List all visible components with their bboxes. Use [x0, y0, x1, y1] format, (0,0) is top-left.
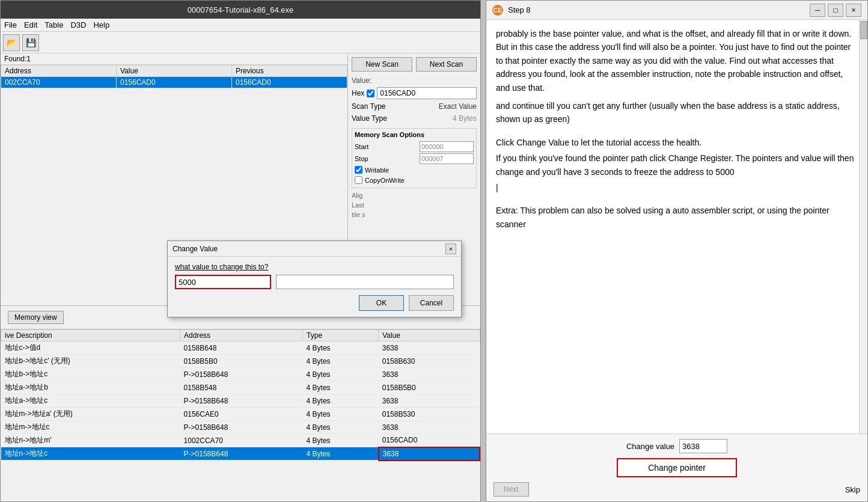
step8-text-2: and continue till you can't get any furt… — [496, 99, 855, 126]
cell-value: 0156CAD0 — [117, 77, 232, 88]
memory-view-button[interactable]: Memory view — [8, 311, 64, 324]
change-value-dialog: Change Value × what value to change this… — [167, 240, 462, 317]
menu-help[interactable]: Help — [93, 20, 109, 29]
dialog-cancel-button[interactable]: Cancel — [409, 295, 454, 311]
step8-close-button[interactable]: × — [846, 4, 861, 17]
ce-titlebar: 00007654-Tutorial-x86_64.exe — [1, 1, 480, 19]
start-input[interactable] — [420, 141, 474, 152]
col-value: Value — [117, 66, 232, 77]
step8-text-6: Extra: This problem can also be solved u… — [496, 204, 855, 231]
step8-minimize-button[interactable]: ─ — [810, 4, 825, 17]
table-row[interactable]: 002CCA70 0156CAD0 0156CAD0 — [1, 77, 347, 88]
next-scan-button[interactable]: Next Scan — [416, 57, 477, 72]
bcol-value: Value — [379, 330, 480, 341]
bottom-table: ive Description Address Type Value 地址c->… — [1, 329, 480, 461]
next-button[interactable]: Next — [494, 482, 529, 497]
memory-scan-title: Memory Scan Options — [355, 131, 474, 138]
save-button[interactable]: 💾 — [22, 34, 39, 51]
copy-on-write-label: CopyOnWrite — [365, 177, 405, 184]
col-previous: Previous — [232, 66, 347, 77]
scan-type-label: Scan Type — [352, 102, 385, 111]
writable-label: Writable — [365, 167, 389, 174]
step8-content: probably is the base pointer value, and … — [486, 20, 867, 433]
menu-d3d[interactable]: D3D — [70, 20, 86, 29]
value-type-label: Value Type — [352, 114, 387, 123]
dialog-buttons: OK Cancel — [175, 295, 454, 311]
dialog-title: Change Value — [173, 245, 218, 253]
dialog-titlebar: Change Value × — [168, 241, 461, 257]
dialog-close-button[interactable]: × — [445, 243, 456, 254]
open-button[interactable]: 📂 — [3, 34, 20, 51]
ce-title: 00007654-Tutorial-x86_64.exe — [188, 5, 294, 14]
menu-file[interactable]: File — [4, 20, 17, 29]
copy-on-write-checkbox[interactable] — [355, 176, 362, 184]
change-value-field[interactable] — [679, 439, 727, 453]
step8-title: Step 8 — [508, 5, 805, 14]
copy-on-write-row: CopyOnWrite — [355, 175, 474, 185]
scan-type-value: Exact Value — [439, 102, 477, 111]
ce-toolbar: 📂 💾 — [1, 32, 480, 54]
step8-scrollbar[interactable] — [859, 20, 867, 433]
writable-row: Writable — [355, 165, 474, 175]
hex-input-row: Hex — [352, 87, 477, 99]
step8-window: CE Step 8 ─ □ × probably is the base poi… — [486, 0, 868, 502]
bcol-desc: ive Description — [1, 330, 180, 341]
step8-titlebar: CE Step 8 ─ □ × — [486, 1, 867, 20]
stop-input[interactable] — [420, 153, 474, 164]
col-address: Address — [1, 66, 117, 77]
hex-label: Hex — [352, 89, 364, 97]
alig-label: Alig — [352, 192, 477, 199]
step8-bottom: Change value Change pointer Next Skip — [486, 433, 867, 501]
value-label: Value: — [352, 76, 477, 85]
value-type-row: Value Type 4 Bytes — [352, 114, 477, 123]
cell-address: 002CCA70 — [1, 77, 117, 88]
new-scan-button[interactable]: New Scan — [352, 57, 412, 72]
menu-edit[interactable]: Edit — [24, 20, 37, 29]
table-row[interactable]: 地址b->地址c' (无用) 0158B5B0 4 Bytes 0158B630 — [1, 355, 480, 368]
hex-checkbox[interactable] — [367, 90, 374, 97]
change-value-label: Change value — [626, 442, 674, 451]
bcol-type: Type — [303, 330, 379, 341]
table-row[interactable]: 地址m->地址c P->0158B648 4 Bytes 3638 — [1, 421, 480, 434]
step8-text-5: | — [496, 181, 855, 194]
table-row[interactable]: 地址c->值d 0158B648 4 Bytes 3638 — [1, 341, 480, 355]
cell-previous: 0156CAD0 — [232, 77, 347, 88]
menu-table[interactable]: Table — [44, 20, 63, 29]
step8-icon: CE — [492, 5, 503, 16]
step8-window-controls: ─ □ × — [810, 4, 861, 17]
found-label: Found:1 — [1, 54, 347, 65]
step8-text-4: If you think you've found the pointer pa… — [496, 152, 855, 179]
step8-maximize-button[interactable]: □ — [828, 4, 843, 17]
skip-label[interactable]: Skip — [845, 485, 860, 494]
change-value-extra-input[interactable] — [276, 275, 454, 289]
dialog-body: what value to change this to? OK Cancel — [168, 257, 461, 317]
memory-scan-options: Memory Scan Options Start Stop Writable — [352, 128, 477, 188]
address-table: Address Value Previous 002CCA70 0156CAD0… — [1, 65, 347, 88]
bcol-address: Address — [180, 330, 303, 341]
dialog-input-row — [175, 275, 454, 289]
last-label: Last — [352, 201, 477, 209]
scrollbar-thumb[interactable] — [860, 21, 867, 39]
table-row[interactable]: 地址a->地址c P->0158B648 4 Bytes 3638 — [1, 394, 480, 408]
start-label: Start — [355, 143, 368, 150]
change-value-row: Change value — [494, 439, 860, 453]
step8-nav: Next Skip — [494, 482, 860, 497]
ce-menubar: File Edit Table D3D Help — [1, 19, 480, 32]
writable-checkbox[interactable] — [355, 166, 362, 174]
table-row[interactable]: 地址a->地址b 0158B548 4 Bytes 0158B5B0 — [1, 381, 480, 394]
value-type-value: 4 Bytes — [453, 114, 477, 123]
scan-buttons: New Scan Next Scan — [352, 57, 477, 72]
change-value-input[interactable] — [175, 275, 271, 289]
table-row[interactable]: 地址n->地址m' 1002CCA70 4 Bytes 0156CAD0 — [1, 434, 480, 447]
scan-type-row: Scan Type Exact Value — [352, 102, 477, 111]
table-row-selected[interactable]: 地址n->地址c P->0158B648 4 Bytes 3638 — [1, 447, 480, 461]
dialog-ok-button[interactable]: OK — [359, 295, 404, 311]
table-row[interactable]: 地址m->地址a' (无用) 0156CAE0 4 Bytes 0158B530 — [1, 408, 480, 421]
hex-value-input[interactable] — [377, 87, 477, 99]
stop-row: Stop — [355, 153, 474, 165]
start-row: Start — [355, 141, 474, 153]
dialog-prompt: what value to change this to? — [175, 263, 454, 271]
tile-label: tile s — [352, 211, 477, 218]
table-row[interactable]: 地址b->地址c P->0158B648 4 Bytes 3638 — [1, 368, 480, 381]
change-pointer-button[interactable]: Change pointer — [617, 458, 737, 477]
